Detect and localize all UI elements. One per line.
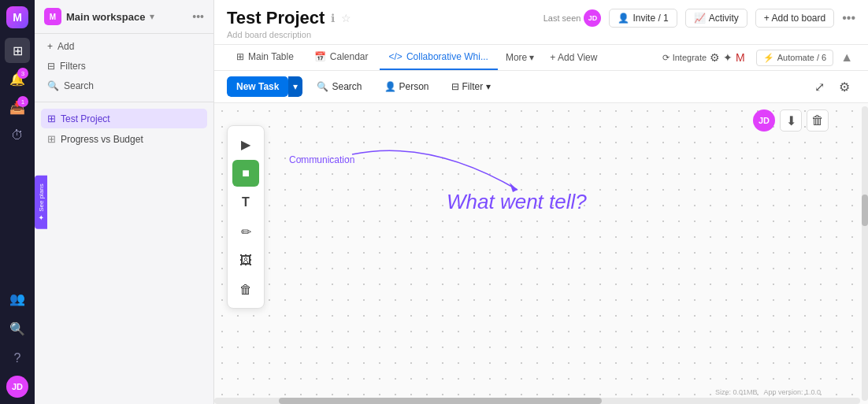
status-bar: Size: 0.01MB App version: 1.0.0 (715, 388, 821, 396)
rect-tool[interactable]: ■ (232, 160, 259, 187)
scrollbar-track (862, 106, 868, 401)
activity-icon: 📈 (694, 13, 706, 24)
top-bar-row1: Test Project ℹ ☆ Last seen JD 👤 Invite /… (227, 8, 855, 28)
canvas-area[interactable]: JD ⬇ 🗑 ▶ ■ T ✏ 🖼 🗑 Communication Wha (214, 103, 868, 404)
bell-badge: 3 (17, 68, 28, 79)
add-label: Add (57, 41, 74, 52)
canvas-download-button[interactable]: ⬇ (780, 109, 802, 132)
search-label: Search (64, 80, 94, 91)
bottom-scrollbar[interactable] (214, 398, 860, 404)
project-title-area: Test Project ℹ ☆ (227, 8, 351, 28)
filter-toolbar-button[interactable]: ⊟ Filter ▾ (443, 77, 499, 96)
tab-bar: ⊞ Main Table 📅 Calendar </> Collaborativ… (214, 45, 868, 71)
workspace-avatar: M (44, 8, 61, 25)
cursor-tool[interactable]: ▶ (232, 131, 259, 158)
tab-add-view[interactable]: + Add View (542, 46, 605, 69)
workspace-row: M Main workspace ▾ (44, 8, 154, 25)
workspace-chevron-icon[interactable]: ▾ (150, 11, 154, 22)
sidebar-nav: ⊞ Test Project ⊞ Progress vs Budget (35, 106, 213, 152)
user-avatar-rail[interactable]: JD (6, 376, 28, 398)
toolbar: New Task ▾ 🔍 Search 👤 Person ⊟ Filter ▾ … (214, 71, 868, 103)
add-icon: + (47, 41, 53, 52)
clock-icon[interactable]: ⏱ (5, 123, 30, 148)
search-action[interactable]: 🔍 Search (41, 76, 207, 95)
new-task-group: New Task ▾ (227, 76, 302, 97)
pen-tool[interactable]: ✏ (232, 218, 259, 245)
star-icon[interactable]: ☆ (341, 12, 351, 24)
invite-button[interactable]: 👤 Invite / 1 (609, 9, 677, 28)
tab-collaborative[interactable]: </> Collaborative Whi... (380, 45, 498, 70)
search-toolbar-button[interactable]: 🔍 Search (309, 77, 369, 96)
search-sidebar-icon: 🔍 (47, 80, 59, 91)
add-to-board-button[interactable]: + Add to board (755, 9, 834, 28)
settings-button[interactable]: ⚙ (833, 76, 855, 98)
inbox-icon[interactable]: 📥 1 (5, 95, 30, 120)
search-rail-icon[interactable]: 🔍 (5, 316, 30, 341)
board-description[interactable]: Add board description (227, 30, 855, 39)
canvas-big-text: What went tell? (447, 190, 587, 214)
header-more-icon[interactable]: ••• (842, 11, 855, 25)
bottom-scroll-thumb (279, 398, 602, 404)
automate-icon: ⚡ (763, 53, 774, 63)
new-task-button[interactable]: New Task (227, 76, 288, 97)
last-seen-avatar: JD (584, 9, 601, 27)
automate-button[interactable]: ⚡ Automate / 6 (756, 50, 833, 66)
more-chevron-icon: ▾ (529, 52, 534, 63)
person-toolbar-icon: 👤 (384, 81, 396, 92)
activity-button[interactable]: 📈 Activity (685, 9, 747, 28)
canvas-user-avatar: JD (753, 109, 775, 132)
person-toolbar-button[interactable]: 👤 Person (377, 77, 437, 96)
app-logo[interactable]: M (6, 6, 28, 28)
filter-toolbar-icon: ⊟ (451, 81, 459, 92)
workspace-more-icon[interactable]: ••• (192, 10, 204, 23)
last-seen-label: Last seen (543, 13, 581, 23)
add-action[interactable]: + Add (41, 37, 207, 56)
integrate-icon: ⟳ (662, 53, 670, 63)
text-tool[interactable]: T (232, 189, 259, 216)
sidebar-header: M Main workspace ▾ ••• (35, 0, 213, 34)
sidebar: M Main workspace ▾ ••• + Add ⊟ Filters 🔍… (35, 0, 214, 404)
collab-icon: </> (389, 51, 402, 62)
grid-icon[interactable]: ⊞ (5, 38, 30, 63)
calendar-icon: 📅 (314, 51, 326, 62)
sidebar-divider (35, 102, 213, 102)
icon-rail: M ⊞ 🔔 3 📥 1 ⏱ ✦ See plans 👥 🔍 ? JD (0, 0, 35, 404)
size-label: Size: 0.01MB (715, 388, 758, 396)
expand-button[interactable]: ⤢ (808, 76, 830, 98)
project-title: Test Project (227, 8, 325, 28)
image-tool[interactable]: 🖼 (232, 247, 259, 274)
progress-icon: ⊞ (47, 133, 56, 145)
tab-calendar[interactable]: 📅 Calendar (305, 45, 378, 70)
nav-item-test-project[interactable]: ⊞ Test Project (41, 109, 207, 128)
nav-label-progress-budget: Progress vs Budget (61, 134, 143, 145)
app-version-label: App version: 1.0.0 (763, 388, 821, 396)
collapse-button[interactable]: ▲ (838, 48, 855, 67)
person-icon-btn: 👤 (618, 13, 629, 24)
top-bar-right: Last seen JD 👤 Invite / 1 📈 Activity + A… (543, 9, 855, 28)
nav-item-progress-budget[interactable]: ⊞ Progress vs Budget (41, 129, 207, 149)
workspace-name: Main workspace (66, 11, 145, 23)
filter-caret-icon: ▾ (486, 81, 491, 92)
tab-main-table[interactable]: ⊞ Main Table (227, 45, 303, 70)
help-icon[interactable]: ? (5, 346, 30, 371)
canvas-delete-button[interactable]: 🗑 (807, 109, 829, 132)
right-scrollbar[interactable] (862, 103, 868, 404)
sidebar-actions: + Add ⊟ Filters 🔍 Search (35, 34, 213, 98)
people-icon[interactable]: 👥 (5, 286, 30, 311)
filters-label: Filters (60, 61, 86, 72)
top-bar: Test Project ℹ ☆ Last seen JD 👤 Invite /… (214, 0, 868, 45)
integrate-button[interactable]: ⟳ Integrate ⚙ ✦ M (656, 49, 751, 66)
delete-tool[interactable]: 🗑 (232, 276, 259, 303)
last-seen: Last seen JD (543, 9, 602, 27)
table-icon: ⊞ (236, 51, 244, 62)
tab-more[interactable]: More ▾ (499, 46, 540, 69)
inbox-badge: 1 (17, 96, 28, 107)
float-toolbar: ▶ ■ T ✏ 🖼 🗑 (227, 125, 265, 309)
see-plans-button[interactable]: ✦ See plans (35, 176, 47, 229)
filters-action[interactable]: ⊟ Filters (41, 57, 207, 76)
bell-icon[interactable]: 🔔 3 (5, 66, 30, 91)
new-task-caret-button[interactable]: ▾ (288, 76, 302, 97)
info-icon[interactable]: ℹ (331, 12, 335, 24)
tab-right-actions: ⟳ Integrate ⚙ ✦ M ⚡ Automate / 6 ▲ (656, 48, 855, 67)
search-toolbar-icon: 🔍 (317, 81, 328, 92)
